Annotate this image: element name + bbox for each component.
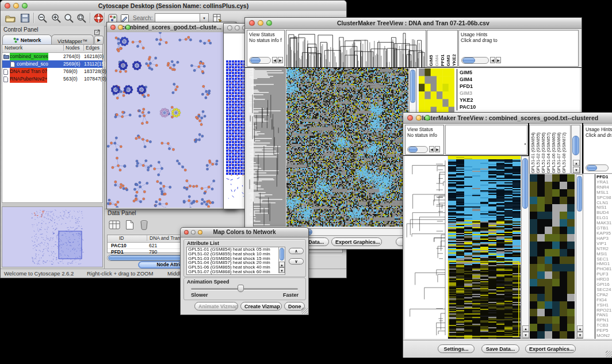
scroll-down-arrow[interactable]: ▼ <box>577 332 583 338</box>
scroll-right-arrow[interactable]: ▶ <box>278 57 283 63</box>
column-labels-scrollbar[interactable]: ▲ ▼ <box>571 125 580 174</box>
save-session-button[interactable] <box>18 12 31 24</box>
export-graphics-button[interactable]: Export Graphics... <box>331 237 382 246</box>
scroll-up-arrow[interactable]: ▲ <box>573 160 580 166</box>
scroll-down-arrow[interactable]: ▼ <box>573 167 580 173</box>
close-button[interactable] <box>407 115 413 121</box>
gene-label[interactable]: PFD1 <box>460 83 494 90</box>
gene-label[interactable]: GIM3 <box>460 90 494 97</box>
new-attribute-icon[interactable] <box>123 219 136 231</box>
zoom-button[interactable] <box>125 25 131 30</box>
minimize-button[interactable] <box>258 20 263 26</box>
column-label[interactable]: GPL51-01 (GSM854) <box>530 125 536 173</box>
save-data-button[interactable]: Save Data... <box>481 344 519 353</box>
network-window-titlebar[interactable]: combined_scores_good.txt--cluste... <box>107 22 236 33</box>
treeview2-titlebar[interactable]: ClusterMaker TreeView : combined_scores_… <box>403 113 612 124</box>
resize-grip[interactable] <box>301 308 308 314</box>
scroll-left-arrow[interactable]: ◀ <box>272 57 277 63</box>
network-overview-thumbnail[interactable] <box>2 207 102 267</box>
minimize-button[interactable] <box>13 3 19 9</box>
open-session-button[interactable] <box>4 12 17 24</box>
gene-label[interactable]: PAC10 <box>460 104 494 110</box>
network-overview-panel[interactable] <box>2 206 103 267</box>
speed-slider-track[interactable] <box>191 288 298 290</box>
tab-vizmapper[interactable]: VizMapper™ <box>51 35 94 45</box>
scroll-up-arrow[interactable]: ▲ <box>522 325 529 332</box>
gene-label[interactable]: MON2 <box>596 334 611 339</box>
zoom-in-icon[interactable] <box>50 12 63 24</box>
gene-dendrogram[interactable] <box>247 68 286 227</box>
zoom-heatmap[interactable] <box>530 174 575 339</box>
close-button[interactable] <box>110 25 116 30</box>
column-label[interactable]: GPL51-02 (GSM855) <box>536 125 541 173</box>
gene-dendrogram[interactable] <box>405 156 447 339</box>
column-label[interactable]: GPL51-03 (GSM856) <box>541 125 546 173</box>
column-label[interactable]: GIM3 <box>446 30 451 66</box>
scroll-up-arrow[interactable]: ▲ <box>279 262 285 267</box>
minimize-button[interactable] <box>191 230 196 235</box>
main-window-titlebar[interactable]: Cytoscape Desktop (Session Name: collins… <box>1 1 346 12</box>
column-label[interactable]: GPL51-06 (GSM865) <box>551 125 556 173</box>
close-button[interactable] <box>5 3 10 9</box>
network-tree-row[interactable]: DNA and Tran 07769(0)183728(0) <box>2 68 102 75</box>
column-label[interactable]: PFD1 <box>440 30 445 66</box>
view-status-scrollbar[interactable] <box>249 57 271 64</box>
column-label[interactable]: GIM4 <box>434 30 439 66</box>
listbox-scrollbar[interactable]: ▲ ▼ <box>278 247 285 273</box>
help-lifering-icon[interactable] <box>92 12 105 24</box>
column-label[interactable]: GPL51-08 (GSM872) <box>561 125 567 173</box>
gene-label[interactable]: YKE2 <box>460 97 494 104</box>
scroll-down-arrow[interactable]: ▼ <box>279 267 285 273</box>
col-id[interactable]: ID <box>119 235 124 241</box>
minimize-button[interactable] <box>416 115 422 121</box>
close-button[interactable] <box>227 25 232 30</box>
col-network[interactable]: Network <box>5 45 22 51</box>
network-tree-row[interactable]: combined_sco2569(6)13112(15) <box>2 60 102 68</box>
column-label[interactable]: GPL51-04 (GSM857) <box>546 125 551 173</box>
zoom-out-icon[interactable] <box>36 12 49 24</box>
close-button[interactable] <box>184 230 189 235</box>
collapse-arrow-icon[interactable]: ◂ <box>524 141 526 145</box>
delete-attribute-icon[interactable] <box>137 219 150 231</box>
attribute-select-icon[interactable] <box>108 219 121 231</box>
view-status-scrollbar[interactable] <box>407 146 428 153</box>
scroll-left-arrow[interactable]: ◀ <box>490 57 495 63</box>
zoom-heatmap[interactable] <box>419 68 454 114</box>
usage-hints-scrollbar[interactable] <box>461 57 489 64</box>
attribute-list-item[interactable]: GPL51-07 (GSM868) heat shock 60 min <box>188 270 285 274</box>
zoom-button[interactable] <box>198 230 202 235</box>
gene-label[interactable]: GIM5 <box>460 69 494 76</box>
attribute-listbox[interactable]: GPL51-01 (GSM854) heat shock 05 minGPL51… <box>186 247 285 275</box>
array-dendrogram-panel[interactable]: ◂ <box>445 125 527 155</box>
global-heatmap[interactable] <box>448 156 521 339</box>
column-label[interactable]: PAC10 <box>457 30 458 66</box>
network-tree-row[interactable]: RNAPuberNov2+563(0)107847(0) <box>2 75 102 83</box>
global-heatmap[interactable] <box>286 68 408 227</box>
heatmap-vscrollbar[interactable]: ▲ ▼ <box>521 156 529 339</box>
export-graphics-button[interactable]: Export Graphics... <box>525 344 576 353</box>
zoom-button[interactable] <box>266 20 272 26</box>
scroll-right-arrow[interactable]: ▶ <box>496 57 501 63</box>
scroll-down-arrow[interactable]: ▼ <box>522 332 529 338</box>
settings-button[interactable]: Settings... <box>438 344 475 353</box>
zoom-selected-icon[interactable] <box>63 12 75 24</box>
column-label[interactable]: GIM5 <box>429 30 434 66</box>
zoom-button[interactable] <box>22 3 28 9</box>
zoom-fit-icon[interactable] <box>75 12 88 24</box>
scroll-left-arrow[interactable]: ◀ <box>429 146 434 152</box>
treeview1-titlebar[interactable]: ClusterMaker TreeView : DNA and Tran 07-… <box>245 18 582 29</box>
close-button[interactable] <box>249 20 255 26</box>
scroll-right-arrow[interactable]: ▶ <box>435 146 440 152</box>
zoom-button[interactable] <box>424 115 430 121</box>
move-down-button[interactable]: ∨ <box>289 258 304 265</box>
scroll-up-arrow[interactable]: ▲ <box>577 325 583 332</box>
tab-network[interactable]: Network <box>2 35 52 45</box>
animate-vizmap-button[interactable]: Animate Vizmap <box>194 302 238 311</box>
minimize-button[interactable] <box>235 25 240 30</box>
col-nodes[interactable]: Nodes <box>63 45 80 51</box>
move-up-button[interactable]: ∧ <box>289 248 304 254</box>
speed-slider-thumb[interactable] <box>238 285 244 292</box>
network-tree-row[interactable]: combined_scores2764(0)16218(0) <box>2 53 102 60</box>
tab-overflow-button[interactable]: ▶ <box>94 36 104 45</box>
col-edges[interactable]: Edges <box>83 45 100 51</box>
